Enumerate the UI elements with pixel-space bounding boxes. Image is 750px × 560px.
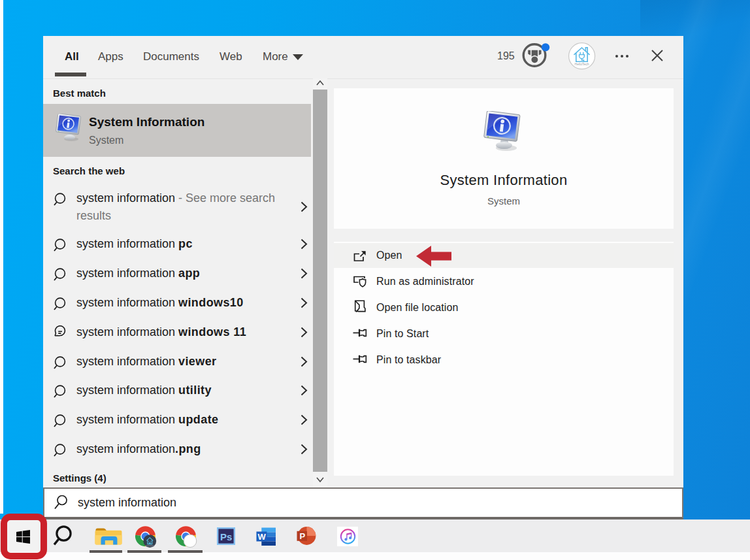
svg-text:P: P: [299, 531, 305, 541]
svg-text:HelloTech: HelloTech: [575, 62, 589, 66]
svg-text:W: W: [258, 532, 267, 542]
svg-text:Ps: Ps: [220, 531, 232, 542]
